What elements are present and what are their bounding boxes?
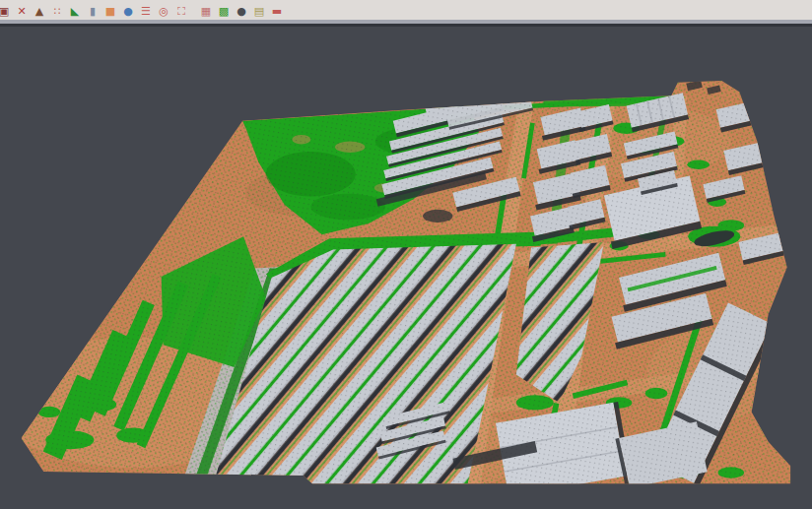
toolbar-group: ▦▩●▤▬: [202, 3, 286, 20]
mountain-icon[interactable]: ▲: [32, 3, 47, 20]
crossed-points-icon[interactable]: ✕: [14, 3, 30, 20]
point-cloud-scene: [0, 27, 812, 509]
point-noise-overlay: [22, 27, 791, 509]
column-icon: ▮: [90, 6, 96, 17]
dark-sphere-icon[interactable]: ●: [234, 3, 249, 20]
toolbar: ▣✕▲∷◣▮■●☰◎⛶▦▩●▤▬: [0, 0, 812, 20]
annotated-map-icon: ▤: [254, 6, 264, 17]
orthophoto-icon[interactable]: ■: [102, 3, 118, 20]
selection-bounds-icon: ⛶: [177, 6, 185, 17]
contour-lines-icon[interactable]: ☰: [138, 3, 154, 20]
striped-flag-icon: ▬: [272, 6, 282, 17]
toolbar-group: ▣✕▲∷◣▮■●☰◎⛶: [0, 3, 190, 20]
contour-lines-icon: ☰: [141, 6, 151, 17]
mountain-icon: ▲: [35, 6, 43, 17]
classification-map-icon: ▩: [219, 6, 229, 17]
checker-grid-icon[interactable]: ▦: [198, 3, 214, 20]
striped-flag-icon[interactable]: ▬: [269, 3, 285, 20]
application-window: ▣✕▲∷◣▮■●☰◎⛶▦▩●▤▬: [0, 0, 812, 509]
terrain-hill-icon: ◣: [71, 6, 79, 17]
target-ring-icon: ◎: [159, 6, 169, 17]
orthophoto-icon: ■: [105, 6, 115, 17]
red-cube-icon[interactable]: ▣: [0, 3, 12, 20]
control-points-icon: ∷: [54, 6, 61, 17]
crossed-points-icon: ✕: [17, 6, 26, 17]
terrain-hill-icon[interactable]: ◣: [67, 3, 83, 20]
target-ring-icon[interactable]: ◎: [156, 3, 171, 20]
globe-icon: ●: [123, 6, 133, 17]
red-cube-icon: ▣: [0, 6, 9, 17]
3d-viewport[interactable]: [0, 27, 812, 509]
column-icon[interactable]: ▮: [85, 3, 101, 20]
control-points-icon[interactable]: ∷: [49, 3, 65, 20]
classification-map-icon[interactable]: ▩: [216, 3, 232, 20]
selection-bounds-icon[interactable]: ⛶: [173, 3, 189, 20]
dark-sphere-icon: ●: [237, 6, 246, 17]
checker-grid-icon: ▦: [201, 6, 211, 17]
annotated-map-icon[interactable]: ▤: [251, 3, 267, 20]
globe-icon[interactable]: ●: [120, 3, 136, 20]
